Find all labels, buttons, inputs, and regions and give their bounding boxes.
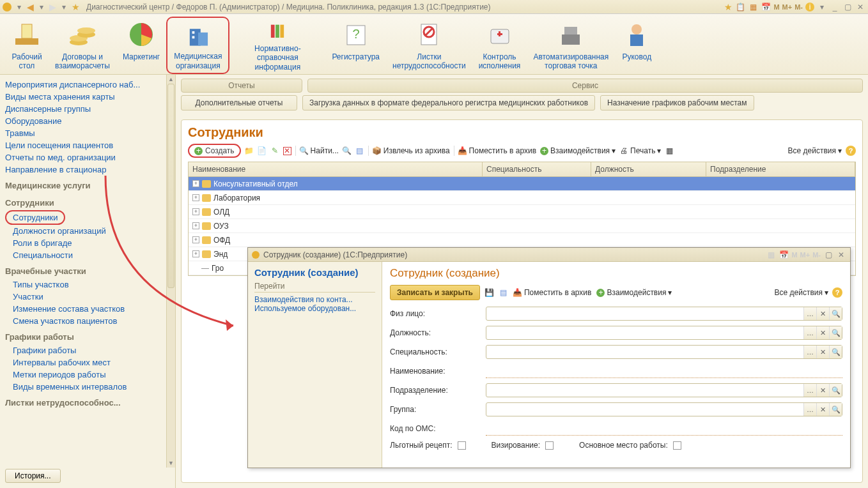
ellipsis-icon[interactable]: …	[803, 346, 816, 358]
sb-periodmarks[interactable]: Метки периодов работы	[5, 369, 170, 381]
help-icon[interactable]: ?	[832, 287, 842, 298]
tab-reports[interactable]: Отчеты	[181, 79, 302, 93]
interactions-button[interactable]: +Взаимодействия▾	[540, 146, 616, 155]
table-row[interactable]: +ОФД	[189, 233, 855, 247]
calc-icon[interactable]: ▦	[766, 250, 776, 260]
mem-mplus[interactable]: M+	[782, 3, 793, 11]
input-fiz[interactable]: …✕🔍	[486, 307, 842, 321]
section-mgr[interactable]: Руковод	[615, 17, 658, 74]
table-row[interactable]: +ОУЗ	[189, 219, 855, 233]
favorite-icon[interactable]: ★	[72, 2, 80, 12]
sb-brigade[interactable]: Роли в бригаде	[5, 237, 170, 249]
all-actions-button[interactable]: Все действия▾	[788, 146, 842, 155]
copy-icon[interactable]: 📄	[258, 146, 267, 155]
sb-trauma[interactable]: Травмы	[5, 127, 170, 139]
sb-equip[interactable]: Оборудование	[5, 115, 170, 127]
sb-medreports[interactable]: Отчеты по мед. организации	[5, 151, 170, 164]
calendar-icon[interactable]: 📅	[761, 2, 771, 12]
dropdown-icon[interactable]: ▾	[14, 2, 24, 12]
sb-schedules[interactable]: Графики работы	[5, 344, 170, 356]
tree-icon[interactable]: ▦	[665, 146, 674, 155]
section-medorg[interactable]: Медицинская организация	[166, 17, 229, 74]
sb-sectortypes[interactable]: Типы участков	[5, 278, 170, 291]
section-ref[interactable]: Нормативно-справочная информация	[229, 17, 325, 74]
dlg-maximize-icon[interactable]: ▢	[823, 250, 833, 260]
find-button[interactable]: 🔍Найти...	[300, 146, 339, 155]
input-pos[interactable]: …✕🔍	[486, 326, 842, 340]
clear-icon[interactable]: ✕	[816, 403, 829, 416]
calendar-icon[interactable]: 📅	[779, 250, 789, 260]
tree-expand-icon[interactable]: +	[192, 222, 199, 229]
info-icon[interactable]: i	[805, 3, 814, 11]
close-icon[interactable]: ✕	[855, 2, 865, 12]
ellipsis-icon[interactable]: …	[803, 326, 816, 339]
list-icon[interactable]: ▤	[355, 146, 364, 155]
table-row[interactable]: +Консультативный отдел	[189, 177, 855, 191]
search-icon[interactable]: 🔍	[829, 403, 842, 416]
scroll-down-icon[interactable]: ▼	[167, 459, 175, 468]
btn-assign[interactable]: Назначение графиков рабочим местам	[600, 95, 754, 111]
search-icon[interactable]: 🔍	[829, 346, 842, 358]
history-button[interactable]: История...	[5, 469, 61, 483]
sb-disp[interactable]: Мероприятия диспансерного наб...	[5, 79, 170, 91]
section-marketing[interactable]: Маркетинг	[116, 17, 166, 74]
scroll-up-icon[interactable]: ▲	[167, 75, 175, 84]
sb-spec[interactable]: Специальности	[5, 249, 170, 261]
help-icon[interactable]: ?	[846, 146, 856, 156]
sb-employees[interactable]: Сотрудники	[5, 210, 65, 225]
chk-lg[interactable]	[458, 441, 466, 450]
tree-expand-icon[interactable]: +	[192, 194, 199, 201]
input-dept[interactable]: …✕🔍	[486, 383, 842, 397]
ellipsis-icon[interactable]: …	[803, 384, 816, 397]
calc-icon[interactable]: ▦	[748, 2, 758, 12]
mem-mminus[interactable]: M-	[794, 3, 803, 11]
col-dept[interactable]: Подразделение	[706, 162, 855, 176]
input-group[interactable]: …✕🔍	[486, 402, 842, 416]
dlg-link-interactions[interactable]: Взаимодействия по конта...	[254, 295, 353, 304]
tree-expand-icon[interactable]: +	[192, 250, 199, 257]
back-drop[interactable]: ▾	[36, 2, 47, 12]
scroll-thumb[interactable]	[167, 84, 174, 288]
mem-m[interactable]: M	[773, 3, 779, 11]
maximize-icon[interactable]: ▢	[842, 2, 853, 12]
col-spec[interactable]: Специальность	[483, 162, 591, 176]
sb-dispgroups[interactable]: Диспансерные группы	[5, 103, 170, 115]
table-row[interactable]: +ОЛД	[189, 205, 855, 219]
fav2-icon[interactable]: ★	[724, 2, 732, 12]
section-pos[interactable]: Автоматизированная торговая точка	[527, 17, 615, 74]
section-control[interactable]: Контроль исполнения	[472, 17, 527, 74]
sidebar-scrollbar[interactable]: ▲ ▼	[166, 75, 175, 468]
sb-sectors[interactable]: Участки	[5, 291, 170, 303]
list2-icon[interactable]: ▤	[499, 288, 508, 297]
sb-timetypes[interactable]: Виды временных интервалов	[5, 381, 170, 393]
clear-icon[interactable]: ✕	[816, 384, 829, 397]
fwd-drop[interactable]: ▾	[59, 2, 69, 12]
dlg-close-icon[interactable]: ✕	[836, 250, 846, 260]
chk-viz[interactable]	[545, 441, 554, 450]
new-folder-icon[interactable]: 📁	[245, 146, 254, 155]
clear-icon[interactable]: ✕	[816, 307, 829, 320]
edit-icon[interactable]: ✎	[270, 146, 279, 155]
search-icon[interactable]: 🔍	[829, 307, 842, 320]
save-close-button[interactable]: Записать и закрыть	[390, 285, 480, 300]
create-button[interactable]: + Создать	[188, 144, 241, 158]
table-row[interactable]: +Лаборатория	[189, 191, 855, 205]
dlg-archive-button[interactable]: 📥Поместить в архив	[513, 288, 592, 297]
info-drop[interactable]: ▾	[817, 2, 827, 12]
extract-button[interactable]: 📦Извлечь из архива	[373, 146, 450, 155]
tree-expand-icon[interactable]: +	[192, 180, 199, 187]
section-desktop[interactable]: Рабочий стол	[5, 17, 49, 74]
sb-storage[interactable]: Виды места хранения карты	[5, 91, 170, 103]
delete-icon[interactable]: ✕	[283, 147, 291, 155]
sb-sectorchange[interactable]: Изменение состава участков	[5, 303, 170, 315]
input-name[interactable]	[486, 364, 842, 378]
minimize-icon[interactable]: _	[830, 2, 840, 12]
clear-icon[interactable]: ✕	[816, 346, 829, 358]
tree-expand-icon[interactable]: +	[192, 236, 199, 243]
input-oms[interactable]	[486, 422, 842, 436]
clipboard-icon[interactable]: 📋	[735, 2, 745, 12]
section-sick[interactable]: Листки нетрудоспособности	[386, 17, 472, 74]
save-icon[interactable]: 💾	[485, 288, 494, 297]
clear-search-icon[interactable]: 🔍	[343, 146, 352, 155]
back-arrow[interactable]: ◀	[27, 2, 34, 12]
